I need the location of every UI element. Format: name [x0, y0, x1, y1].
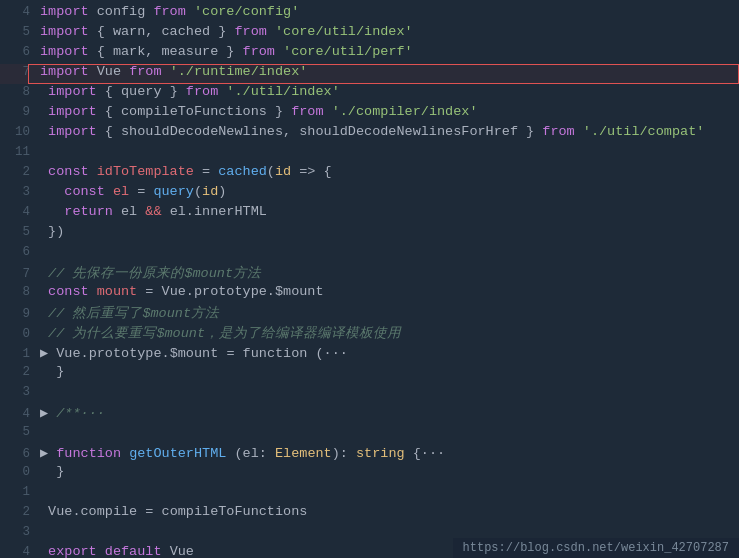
line-text: // 为什么要重写$mount，是为了给编译器编译模板使用 — [36, 324, 739, 342]
line-number: 11 — [0, 145, 36, 159]
line-text: return el && el.innerHTML — [36, 204, 739, 219]
line-number: 2 — [0, 505, 36, 519]
line-number: 9 — [0, 105, 36, 119]
line-text: ▶ /**··· — [36, 404, 739, 421]
line-number: 6 — [0, 45, 36, 59]
line-number: 7 — [0, 65, 36, 79]
line-text — [36, 244, 739, 259]
code-line: 5 }) — [0, 224, 739, 244]
line-number: 4 — [0, 545, 36, 558]
line-number: 2 — [0, 165, 36, 179]
code-line: 11 — [0, 144, 739, 164]
line-text: } — [36, 464, 739, 479]
line-number: 1 — [0, 485, 36, 499]
line-number: 5 — [0, 225, 36, 239]
line-text: const el = query(id) — [36, 184, 739, 199]
code-line: 6 — [0, 244, 739, 264]
code-line: 0 // 为什么要重写$mount，是为了给编译器编译模板使用 — [0, 324, 739, 344]
code-line: 3 const el = query(id) — [0, 184, 739, 204]
line-text — [36, 484, 739, 499]
code-line: 7 // 先保存一份原来的$mount方法 — [0, 264, 739, 284]
line-text: } — [36, 364, 739, 379]
line-text: import { mark, measure } from 'core/util… — [36, 44, 739, 59]
code-line: 2 Vue.compile = compileToFunctions — [0, 504, 739, 524]
code-editor: 4import config from 'core/config'5import… — [0, 0, 739, 558]
code-line: 4import config from 'core/config' — [0, 4, 739, 24]
line-number: 6 — [0, 447, 36, 461]
code-line: 7import Vue from './runtime/index' — [0, 64, 739, 84]
code-line: 9 // 然后重写了$mount方法 — [0, 304, 739, 324]
line-text: import Vue from './runtime/index' — [36, 64, 739, 79]
line-text — [36, 524, 739, 539]
line-number: 7 — [0, 267, 36, 281]
code-line: 4▶ /**··· — [0, 404, 739, 424]
line-text: import { query } from './util/index' — [36, 84, 739, 99]
line-number: 0 — [0, 327, 36, 341]
line-number: 4 — [0, 407, 36, 421]
line-text — [36, 144, 739, 159]
line-text: // 然后重写了$mount方法 — [36, 304, 739, 322]
line-text: const mount = Vue.prototype.$mount — [36, 284, 739, 299]
code-line: 2 const idToTemplate = cached(id => { — [0, 164, 739, 184]
line-number: 2 — [0, 365, 36, 379]
line-number: 8 — [0, 85, 36, 99]
code-line: 8 import { query } from './util/index' — [0, 84, 739, 104]
line-text — [36, 384, 739, 399]
code-line: 1 — [0, 484, 739, 504]
line-text — [36, 424, 739, 439]
line-text: ▶ function getOuterHTML (el: Element): s… — [36, 444, 739, 461]
line-text: import config from 'core/config' — [36, 4, 739, 19]
line-text: Vue.compile = compileToFunctions — [36, 504, 739, 519]
code-line: 8 const mount = Vue.prototype.$mount — [0, 284, 739, 304]
line-number: 3 — [0, 525, 36, 539]
line-number: 10 — [0, 125, 36, 139]
line-text: ▶ Vue.prototype.$mount = function (··· — [36, 344, 739, 361]
line-number: 9 — [0, 307, 36, 321]
line-text: import { compileToFunctions } from './co… — [36, 104, 739, 119]
line-number: 4 — [0, 205, 36, 219]
line-text: const idToTemplate = cached(id => { — [36, 164, 739, 179]
code-line: 1▶ Vue.prototype.$mount = function (··· — [0, 344, 739, 364]
code-line: 6▶ function getOuterHTML (el: Element): … — [0, 444, 739, 464]
code-line: 5import { warn, cached } from 'core/util… — [0, 24, 739, 44]
code-line: 4 return el && el.innerHTML — [0, 204, 739, 224]
code-line: 3 — [0, 384, 739, 404]
line-number: 4 — [0, 5, 36, 19]
footer-url: https://blog.csdn.net/weixin_42707287 — [453, 538, 739, 558]
line-number: 8 — [0, 285, 36, 299]
line-number: 3 — [0, 385, 36, 399]
line-text: }) — [36, 224, 739, 239]
code-line: 9 import { compileToFunctions } from './… — [0, 104, 739, 124]
line-number: 1 — [0, 347, 36, 361]
line-text: // 先保存一份原来的$mount方法 — [36, 264, 739, 282]
line-number: 3 — [0, 185, 36, 199]
code-line: 0 } — [0, 464, 739, 484]
line-text: import { warn, cached } from 'core/util/… — [36, 24, 739, 39]
code-line: 6import { mark, measure } from 'core/uti… — [0, 44, 739, 64]
line-number: 5 — [0, 425, 36, 439]
line-number: 6 — [0, 245, 36, 259]
code-line: 2 } — [0, 364, 739, 384]
line-text: import { shouldDecodeNewlines, shouldDec… — [36, 124, 739, 139]
line-number: 0 — [0, 465, 36, 479]
line-number: 5 — [0, 25, 36, 39]
code-line: 5 — [0, 424, 739, 444]
code-line: 10 import { shouldDecodeNewlines, should… — [0, 124, 739, 144]
